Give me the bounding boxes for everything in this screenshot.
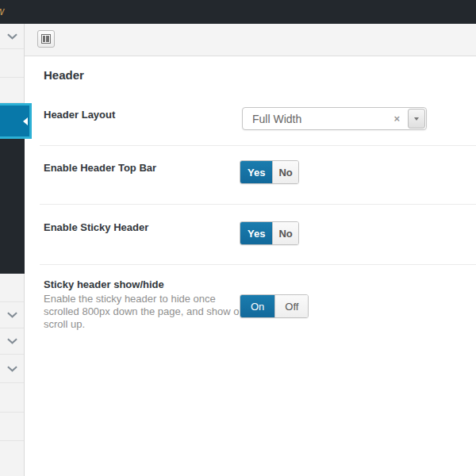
sidebar-section-11[interactable] [0,441,24,476]
sidebar-section-5[interactable] [0,274,24,302]
sidebar-section-header-active[interactable] [0,103,32,139]
description-line: scroll up. [44,318,245,331]
chevron-down-icon [7,312,17,318]
sidebar-section-10[interactable] [0,413,24,441]
toggle-sidebar-button[interactable] [37,30,55,48]
header-layout-selected-value: Full Width [243,108,390,129]
sidebar-section-9[interactable] [0,383,24,413]
sidebar-section-1[interactable] [0,24,24,49]
dropdown-arrow-icon [414,117,419,121]
header-top-bar-yes-button[interactable]: Yes [240,161,272,183]
enable-header-top-bar-label: Enable Header Top Bar [44,162,156,174]
sticky-header-toggle: Yes No [240,221,299,245]
sidebar-section-7[interactable] [0,328,24,355]
sticky-show-hide-description: Enable the sticky header to hide once sc… [44,293,245,331]
layout-panel-icon [41,34,51,44]
enable-sticky-header-label: Enable Sticky Header [44,221,148,233]
chevron-down-icon [7,366,17,372]
sticky-show-hide-label: Sticky header show/hide [44,278,164,290]
sticky-show-hide-toggle: On Off [240,294,309,318]
admin-bar-clipped-text: w [0,5,4,17]
chevron-down-icon [7,338,17,344]
clear-selection-icon[interactable]: × [390,108,407,129]
panel-toolbar [25,24,476,56]
active-section-pointer-icon [23,117,28,125]
sidebar-expanded-submenu [0,139,25,274]
sticky-show-hide-off-button[interactable]: Off [274,295,308,317]
header-top-bar-toggle: Yes No [240,160,299,184]
row-divider [40,204,476,205]
sidebar-section-2[interactable] [0,49,24,78]
select-dropdown-button[interactable] [408,109,425,129]
page-title: Header [44,68,84,82]
header-layout-label: Header Layout [44,109,115,121]
theme-options-screen: w [0,0,476,476]
sticky-header-no-button[interactable]: No [272,222,298,244]
options-sidebar [0,24,25,476]
row-divider [40,145,476,146]
header-top-bar-no-button[interactable]: No [272,161,298,183]
header-layout-select[interactable]: Full Width × [242,107,427,130]
settings-panel: Header Header Layout Full Width × Enable… [25,56,476,476]
description-line: Enable the sticky header to hide once [44,293,245,305]
sidebar-section-8[interactable] [0,355,24,383]
sidebar-section-3[interactable] [0,78,24,103]
sticky-header-yes-button[interactable]: Yes [240,222,272,244]
sidebar-section-6[interactable] [0,302,24,328]
sticky-show-hide-on-button[interactable]: On [240,295,274,317]
row-divider [40,264,476,265]
chevron-down-icon [7,33,17,40]
admin-bar: w [0,0,476,24]
description-line: scrolled 800px down the page, and show o… [44,305,245,318]
